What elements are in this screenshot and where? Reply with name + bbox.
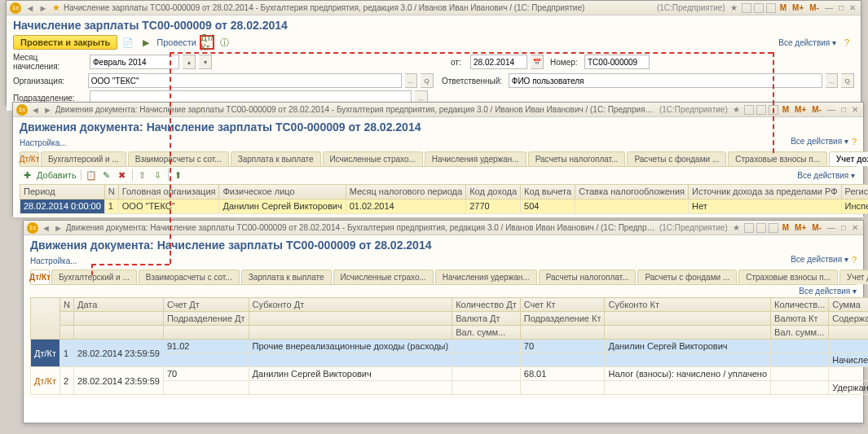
fav-3[interactable]: ★: [731, 223, 742, 232]
fav-icon[interactable]: ★: [729, 3, 739, 12]
tab-5[interactable]: Расчеты налогоплат...: [528, 151, 626, 166]
t35[interactable]: Расчеты налогоплат...: [539, 270, 637, 284]
tab-2[interactable]: Зарплата к выплате: [231, 151, 321, 166]
help-icon[interactable]: ⓘ: [218, 35, 232, 50]
export-icon[interactable]: ⬆: [173, 169, 184, 181]
post-icon[interactable]: ▶: [139, 35, 153, 50]
t38[interactable]: Учет доходов для ис...: [839, 270, 868, 284]
copy-icon[interactable]: 📋: [86, 169, 97, 181]
delete-icon[interactable]: ✖: [117, 169, 128, 181]
h-n[interactable]: N: [60, 298, 74, 312]
save-icon[interactable]: 📄: [121, 35, 135, 50]
col-person[interactable]: Физическое лицо: [219, 184, 346, 199]
memo-mminus[interactable]: M-: [808, 3, 821, 12]
org-select-icon[interactable]: ...: [405, 73, 418, 88]
h-skt[interactable]: Субконто Кт: [605, 298, 771, 312]
h-sdt[interactable]: Субконто Дт: [249, 298, 452, 312]
down-icon[interactable]: ⇩: [152, 169, 164, 181]
date-picker-icon[interactable]: 📅: [531, 55, 544, 69]
col-code[interactable]: Код дохода: [466, 184, 521, 199]
all-actions-3[interactable]: Все действия: [791, 255, 848, 267]
date-input[interactable]: [470, 55, 527, 69]
tab-dtkt-3[interactable]: Дт/Кт: [30, 270, 50, 284]
tool-icon-21[interactable]: [744, 105, 754, 115]
col-rate[interactable]: Ставка налогообложения: [575, 184, 689, 199]
col-reg[interactable]: Регистрация: [841, 184, 868, 199]
close-3[interactable]: ✕: [850, 223, 860, 232]
maximize-icon[interactable]: □: [837, 3, 845, 12]
max-3[interactable]: □: [839, 223, 848, 232]
h-dt[interactable]: Счет Дт: [163, 298, 249, 312]
col-n[interactable]: N: [104, 184, 118, 199]
col-src[interactable]: Источник дохода за пределами РФ: [689, 184, 842, 199]
t33[interactable]: Исчисленные страхо...: [333, 270, 434, 284]
min-3[interactable]: —: [826, 223, 837, 232]
ti-33[interactable]: [769, 223, 778, 233]
month-input[interactable]: [90, 55, 179, 69]
nav-back-icon[interactable]: ◄: [24, 2, 36, 14]
star-icon[interactable]: ★: [52, 2, 60, 13]
tab-4[interactable]: Начисления удержан...: [425, 151, 527, 166]
org-open-icon[interactable]: Q: [421, 73, 434, 88]
t32[interactable]: Зарплата к выплате: [241, 270, 332, 284]
row-2[interactable]: Дт/Кт 2 28.02.2014 23:59:59 70 Данилин С…: [31, 367, 869, 381]
h-date[interactable]: Дата: [73, 298, 163, 312]
m-3[interactable]: M: [781, 223, 791, 232]
mm-2[interactable]: M-: [810, 105, 823, 114]
nav-fwd-3[interactable]: ►: [54, 223, 63, 233]
m-2[interactable]: M: [781, 105, 791, 114]
edit-icon[interactable]: ✎: [101, 169, 112, 181]
post-and-close-button[interactable]: Провести и закрыть: [13, 35, 117, 50]
org-input[interactable]: [88, 73, 402, 88]
add-icon[interactable]: ✚: [21, 169, 33, 181]
t31[interactable]: Взаиморасчеты с сот...: [139, 270, 240, 284]
number-input[interactable]: [584, 55, 650, 69]
t30[interactable]: Бухгалтерский и ...: [51, 270, 137, 284]
tool-icon-22[interactable]: [756, 105, 766, 115]
movements-button[interactable]: Дт/Кт: [200, 35, 214, 50]
max-2[interactable]: □: [839, 105, 848, 114]
tab-3[interactable]: Исчисленные страхо...: [323, 151, 423, 166]
mm-3[interactable]: M-: [810, 223, 823, 232]
resp-input[interactable]: [509, 73, 822, 88]
ti-31[interactable]: [744, 223, 754, 233]
nav-back-2[interactable]: ◄: [31, 105, 40, 115]
grid-row-2[interactable]: 28.02.2014 0:00:00 1 ООО "ТЕКС" Данилин …: [20, 199, 869, 213]
col-period[interactable]: Период: [20, 184, 105, 199]
month-step-down[interactable]: ▾: [199, 55, 212, 69]
h-kt[interactable]: Счет Кт: [520, 298, 605, 312]
memo-m[interactable]: M: [778, 3, 788, 12]
h-sum[interactable]: Сумма: [829, 298, 868, 312]
mp-2[interactable]: M+: [793, 105, 808, 114]
t34[interactable]: Начисления удержан...: [435, 270, 537, 284]
fav-icon-2[interactable]: ★: [731, 105, 742, 114]
grid-actions-3[interactable]: Все действия: [799, 287, 857, 296]
resp-select-icon[interactable]: ...: [826, 73, 839, 88]
nav-back-3[interactable]: ◄: [42, 223, 51, 233]
ti-32[interactable]: [756, 223, 766, 233]
tab-7[interactable]: Страховые взносы п...: [728, 151, 827, 166]
t37[interactable]: Страховые взносы п...: [738, 270, 838, 284]
col-ded[interactable]: Код вычета: [521, 184, 575, 199]
tab-1[interactable]: Взаиморасчеты с сот...: [128, 151, 229, 166]
minimize-icon[interactable]: —: [823, 3, 835, 12]
close-icon[interactable]: ✕: [848, 3, 857, 12]
resp-open-icon[interactable]: Q: [841, 73, 854, 88]
close-2[interactable]: ✕: [850, 105, 860, 114]
settings-link-2[interactable]: Настройка: [20, 138, 67, 147]
tool-icon-3[interactable]: [766, 3, 776, 13]
help-3[interactable]: ?: [852, 255, 857, 267]
grid-actions-2[interactable]: Все действия: [797, 171, 855, 180]
nav-fwd-2[interactable]: ►: [43, 105, 52, 115]
tab-dtkt-2[interactable]: Дт/Кт: [20, 151, 39, 166]
row-1[interactable]: Дт/Кт 1 28.02.2014 23:59:59 91.02 Прочие…: [31, 340, 869, 353]
tab-8-active[interactable]: Учет доходов для ис...: [829, 151, 868, 166]
t36[interactable]: Расчеты с фондами ...: [637, 270, 737, 284]
settings-3[interactable]: Настройка: [30, 256, 77, 265]
memo-mplus[interactable]: M+: [791, 3, 805, 12]
help-2[interactable]: ?: [852, 137, 857, 149]
tool-icon-1[interactable]: [742, 3, 751, 13]
tab-6[interactable]: Расчеты с фондами ...: [627, 151, 726, 166]
min-2[interactable]: —: [826, 105, 837, 114]
col-month[interactable]: Месяц налогового периода: [346, 184, 466, 199]
